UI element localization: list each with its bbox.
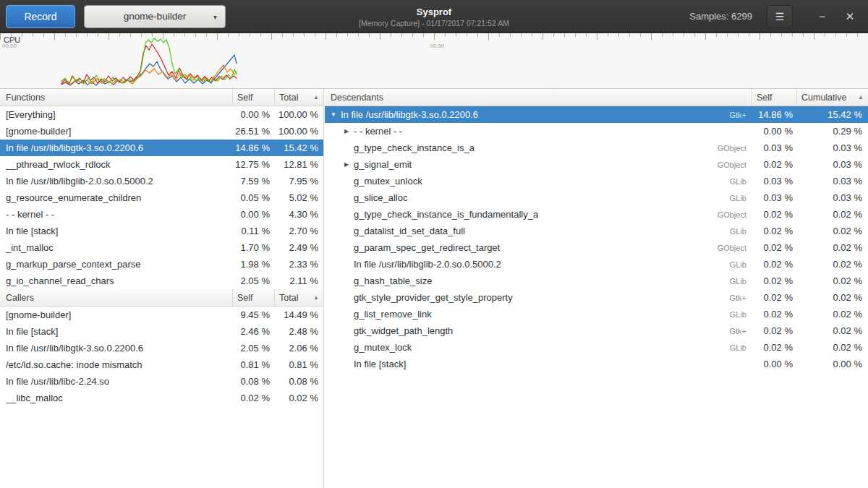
descendant-row[interactable]: g_list_remove_link GLib 0.02 % 0.02 % <box>325 306 868 322</box>
descendant-category-badge: GLib <box>730 310 752 319</box>
descendant-row[interactable]: gtk_style_provider_get_style_property Gt… <box>325 289 868 306</box>
function-row[interactable]: g_resource_enumerate_children 0.05 % 5.0… <box>0 189 323 206</box>
cpu-timeline[interactable]: CPU 00:00 00:30 <box>0 33 868 89</box>
caller-total-value: 2.06 % <box>275 343 323 354</box>
descendant-cumulative-value: 0.02 % <box>797 275 868 286</box>
record-button[interactable]: Record <box>6 5 75 28</box>
close-button[interactable]: ✕ <box>841 7 859 26</box>
caller-row[interactable]: In file /usr/lib/libgtk-3.so.0.2200.6 2.… <box>0 340 323 356</box>
descendant-name: g_list_remove_link <box>352 309 432 320</box>
descendant-row[interactable]: g_mutex_lock GLib 0.02 % 0.02 % <box>325 339 868 356</box>
descendant-self-value: 0.02 % <box>752 159 797 170</box>
descendant-cumulative-value: 0.03 % <box>797 142 868 153</box>
functions-column-header[interactable]: Functions <box>0 89 233 106</box>
function-self-value: 26.51 % <box>233 126 275 137</box>
caller-row[interactable]: __libc_malloc 0.02 % 0.02 % <box>0 390 323 406</box>
descendant-category-badge: GObject <box>718 210 752 219</box>
time-label-mid: 00:30 <box>430 43 444 49</box>
callers-column-header[interactable]: Callers <box>0 289 233 306</box>
callers-self-column-header[interactable]: Self <box>233 289 275 306</box>
menu-button[interactable]: ☰ <box>767 5 793 28</box>
descendant-cumulative-value: 0.02 % <box>797 226 868 236</box>
function-total-value: 2.49 % <box>275 242 323 253</box>
descendant-row[interactable]: In file [stack] 0.00 % 0.00 % <box>325 356 868 372</box>
functions-total-column-header[interactable]: Total ▲ <box>275 89 323 106</box>
descendant-category-badge: GLib <box>730 343 752 352</box>
caller-total-value: 14.49 % <box>275 309 323 320</box>
descendants-column-header[interactable]: Descendants <box>325 89 752 106</box>
hamburger-icon: ☰ <box>775 11 785 22</box>
close-icon: ✕ <box>846 10 855 22</box>
descendant-category-badge: GLib <box>730 260 752 269</box>
descendant-cumulative-value: 0.02 % <box>797 209 868 220</box>
function-total-value: 4.30 % <box>275 209 323 220</box>
caller-row[interactable]: In file /usr/lib/libc-2.24.so 0.08 % 0.0… <box>0 373 323 390</box>
function-self-value: 0.05 % <box>233 192 275 203</box>
function-row[interactable]: g_io_channel_read_chars 2.05 % 2.11 % <box>0 273 323 289</box>
functions-self-column-header[interactable]: Self <box>233 89 275 106</box>
function-row[interactable]: In file /usr/lib/libglib-2.0.so.0.5000.2… <box>0 173 323 189</box>
function-self-value: 12.75 % <box>233 159 275 170</box>
descendant-name: In file /usr/lib/libgtk-3.so.0.2200.6 <box>339 109 478 120</box>
expander-icon[interactable]: ▼ <box>328 111 339 118</box>
descendant-cumulative-value: 0.00 % <box>797 359 868 369</box>
function-row[interactable]: [gnome-builder] 26.51 % 100.00 % <box>0 123 323 140</box>
descendant-row[interactable]: g_hash_table_size GLib 0.02 % 0.02 % <box>325 273 868 289</box>
descendant-row[interactable]: ▶ - - kernel - - 0.00 % 0.29 % <box>325 123 868 140</box>
caller-row[interactable]: /etc/ld.so.cache: inode mismatch 0.81 % … <box>0 356 323 373</box>
callers-total-column-header[interactable]: Total ▲ <box>275 289 323 306</box>
left-panel: Functions Self Total ▲ [Everything] 0.00… <box>0 89 324 488</box>
function-row[interactable]: _int_malloc 1.70 % 2.49 % <box>0 239 323 256</box>
descendant-name: In file [stack] <box>352 359 406 369</box>
descendants-table-header: Descendants Self Cumulative ▲ <box>325 89 868 106</box>
descendant-category-badge: Gtk+ <box>729 111 752 119</box>
caller-row[interactable]: In file [stack] 2.46 % 2.48 % <box>0 323 323 340</box>
descendant-row[interactable]: ▼ In file /usr/lib/libgtk-3.so.0.2200.6 … <box>325 106 868 123</box>
minimize-icon: − <box>820 10 826 22</box>
caller-row[interactable]: [gnome-builder] 9.45 % 14.49 % <box>0 307 323 323</box>
descendant-self-value: 0.03 % <box>752 192 797 203</box>
descendant-row[interactable]: ▶ g_signal_emit GObject 0.02 % 0.03 % <box>325 156 868 173</box>
callers-table: [gnome-builder] 9.45 % 14.49 % In file [… <box>0 307 323 406</box>
descendant-row[interactable]: g_slice_alloc GLib 0.03 % 0.03 % <box>325 189 868 206</box>
function-total-value: 2.11 % <box>275 275 323 286</box>
function-row[interactable]: __pthread_rwlock_rdlock 12.75 % 12.81 % <box>0 156 323 173</box>
function-row[interactable]: g_markup_parse_context_parse 1.98 % 2.33… <box>0 256 323 273</box>
descendant-category-badge: GLib <box>730 177 752 186</box>
descendant-self-value: 0.02 % <box>752 259 797 270</box>
function-row[interactable]: [Everything] 0.00 % 100.00 % <box>0 106 323 123</box>
cpu-line-green <box>61 38 237 84</box>
sort-indicator-icon: ▲ <box>858 94 864 100</box>
descendant-cumulative-value: 0.02 % <box>797 259 868 270</box>
functions-total-header-label: Total <box>279 93 298 103</box>
descendant-row[interactable]: g_param_spec_get_redirect_target GObject… <box>325 239 868 256</box>
caller-name: In file [stack] <box>0 326 233 337</box>
function-total-value: 5.02 % <box>275 192 323 203</box>
descendant-row[interactable]: g_type_check_instance_is_a GObject 0.03 … <box>325 140 868 156</box>
descendant-row[interactable]: gtk_widget_path_length Gtk+ 0.02 % 0.02 … <box>325 322 868 339</box>
expander-icon[interactable]: ▶ <box>341 161 352 168</box>
descendant-row[interactable]: g_type_check_instance_is_fundamentally_a… <box>325 206 868 223</box>
descendant-row[interactable]: g_datalist_id_set_data_full GLib 0.02 % … <box>325 223 868 239</box>
minimize-button[interactable]: − <box>813 7 832 26</box>
function-row[interactable]: In file [stack] 0.11 % 2.70 % <box>0 223 323 239</box>
descendant-row[interactable]: g_mutex_unlock GLib 0.03 % 0.03 % <box>325 173 868 189</box>
caller-self-value: 0.02 % <box>233 393 275 403</box>
descendant-category-badge: Gtk+ <box>729 327 752 335</box>
function-row[interactable]: In file /usr/lib/libgtk-3.so.0.2200.6 14… <box>0 140 323 156</box>
descendant-name: g_hash_table_size <box>352 275 432 286</box>
descendant-name: gtk_style_provider_get_style_property <box>352 292 513 303</box>
caller-total-value: 0.81 % <box>275 359 323 370</box>
expander-icon[interactable]: ▶ <box>341 128 352 134</box>
function-total-value: 7.95 % <box>275 176 323 187</box>
descendants-self-column-header[interactable]: Self <box>752 89 797 106</box>
descendant-cumulative-value: 0.02 % <box>797 342 868 353</box>
descendant-self-value: 0.02 % <box>752 242 797 253</box>
descendant-name: g_datalist_id_set_data_full <box>352 226 465 236</box>
process-selector-dropdown[interactable]: gnome-builder ▾ <box>84 5 226 28</box>
descendants-cumulative-column-header[interactable]: Cumulative ▲ <box>797 89 868 106</box>
function-row[interactable]: - - kernel - - 0.00 % 4.30 % <box>0 206 323 223</box>
sort-indicator-icon: ▲ <box>313 294 319 301</box>
descendant-row[interactable]: In file /usr/lib/libglib-2.0.so.0.5000.2… <box>325 256 868 273</box>
function-self-value: 7.59 % <box>233 176 275 187</box>
